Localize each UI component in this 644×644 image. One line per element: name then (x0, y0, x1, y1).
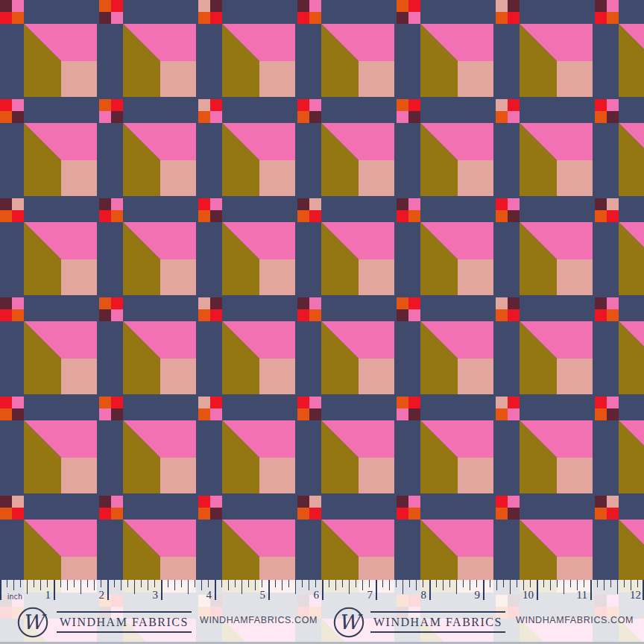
corner-square (595, 12, 607, 24)
corner-square (12, 309, 24, 321)
ruler-tick (295, 580, 296, 594)
attic-window-cube (420, 123, 493, 196)
corner-square (309, 397, 321, 408)
ruler-tick (550, 580, 551, 590)
attic-window-cube (321, 420, 394, 493)
corner-four-patch (99, 397, 123, 420)
attic-window-cube (619, 24, 644, 97)
corner-square (309, 309, 321, 321)
attic-window-cube (321, 321, 394, 394)
corner-square (12, 12, 24, 24)
corner-square (397, 111, 408, 123)
fabric-block (496, 297, 595, 397)
corner-square (111, 297, 123, 309)
ruler-tick (597, 580, 598, 587)
corner-four-patch (297, 496, 321, 520)
ruler-unit-label: inch (7, 593, 22, 601)
fabric-block (397, 198, 496, 297)
ruler-tick (463, 580, 464, 587)
corner-square (496, 198, 508, 210)
ruler-tick (309, 580, 309, 590)
corner-square (397, 99, 408, 111)
corner-square (12, 111, 24, 123)
fabric-block (595, 99, 644, 198)
corner-square (297, 210, 309, 222)
ruler-tick (47, 580, 48, 587)
cube-window (458, 61, 493, 97)
corner-square (99, 12, 111, 24)
corner-square (0, 111, 12, 123)
ruler-tick (423, 580, 423, 587)
ruler-tick (590, 580, 592, 600)
fabric-block (297, 0, 397, 99)
ruler-number: 3 (153, 590, 159, 601)
corner-four-patch (595, 198, 619, 222)
corner-square (607, 111, 619, 123)
cube-window (160, 61, 196, 97)
corner-square (496, 111, 508, 123)
attic-window-cube (520, 321, 593, 394)
ruler-number: 12 (630, 590, 641, 601)
ruler-tick (617, 580, 618, 594)
ruler-tick (409, 580, 410, 587)
corner-square (12, 99, 24, 111)
ruler-tick (54, 580, 55, 600)
corner-square (99, 111, 111, 123)
corner-square (297, 297, 309, 309)
ruler-number: 9 (475, 590, 481, 601)
ruler-tick (127, 580, 128, 587)
ruler-tick (27, 580, 28, 594)
ruler-number: 4 (206, 590, 212, 601)
attic-window-cube (520, 222, 593, 295)
corner-square (397, 496, 408, 508)
ruler-tick (470, 580, 470, 590)
corner-square (99, 496, 111, 508)
corner-square (99, 99, 111, 111)
corner-square (408, 297, 420, 309)
cube-window (359, 359, 394, 394)
ruler-tick (496, 580, 497, 590)
cube-window (557, 359, 593, 394)
corner-square (297, 12, 309, 24)
corner-square (297, 198, 309, 210)
attic-window-cube (24, 222, 97, 295)
cube-window (458, 359, 493, 394)
ruler-tick (7, 580, 7, 587)
corner-square (607, 0, 619, 12)
corner-four-patch (0, 496, 24, 520)
corner-four-patch (595, 0, 619, 24)
ruler-tick (329, 580, 329, 587)
corner-square (210, 12, 222, 24)
corner-square (210, 397, 222, 408)
brand-url: WINDHAMFABRICS.COM (200, 616, 318, 625)
corner-square (12, 210, 24, 222)
corner-square (508, 210, 520, 222)
corner-four-patch (496, 198, 520, 222)
corner-square (496, 0, 508, 12)
corner-square (496, 210, 508, 222)
fabric-block (99, 297, 198, 397)
cube-window (359, 61, 394, 97)
cube-window (458, 458, 493, 493)
ruler-tick (80, 580, 81, 594)
cube-window (61, 61, 97, 97)
ruler-tick (215, 580, 216, 600)
fabric-block (496, 0, 595, 99)
ruler-tick (382, 580, 383, 587)
corner-square (210, 198, 222, 210)
corner-four-patch (99, 496, 123, 520)
cube-window (160, 160, 196, 196)
fabric-block (397, 0, 496, 99)
fabric-block (99, 99, 198, 198)
corner-square (0, 210, 12, 222)
corner-square (595, 408, 607, 420)
fabric-block (198, 99, 297, 198)
corner-square (607, 99, 619, 111)
fabric-block (496, 397, 595, 496)
corner-four-patch (496, 397, 520, 420)
corner-square (397, 397, 408, 408)
ruler-tick (13, 580, 14, 590)
fabric-block (198, 0, 297, 99)
attic-window-cube (222, 24, 295, 97)
corner-square (397, 12, 408, 24)
